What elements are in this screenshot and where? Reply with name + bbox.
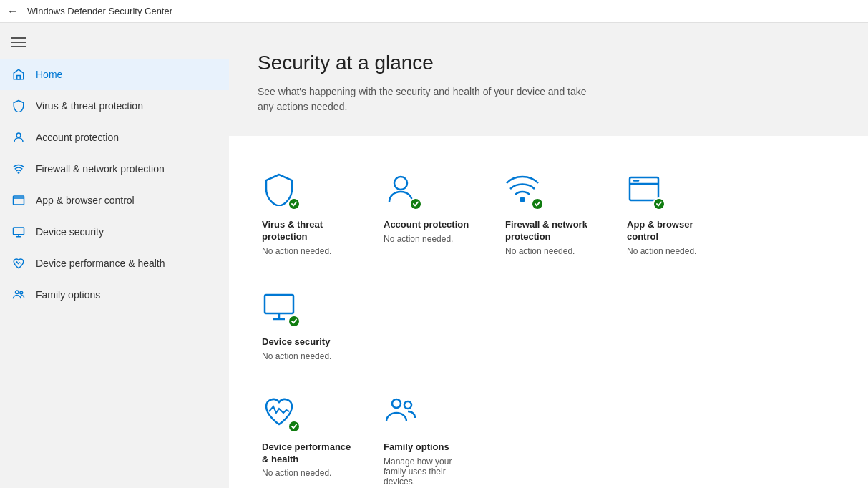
window-title: Windows Defender Security Center — [27, 6, 172, 16]
svg-point-1 — [16, 133, 21, 137]
devicesec-card-status: No action needed. — [262, 351, 353, 361]
sidebar-item-devicesec-label: Device security — [36, 226, 104, 238]
account-card-status: No action needed. — [384, 234, 475, 244]
sidebar-item-health-label: Device performance & health — [36, 258, 165, 269]
browser-icon — [11, 193, 26, 208]
svg-point-2 — [18, 172, 19, 174]
svg-rect-5 — [14, 228, 24, 235]
wifi-icon — [11, 162, 26, 176]
sidebar-item-home-label: Home — [36, 69, 62, 80]
devicesec-card-check — [288, 315, 301, 328]
family-card-icon-wrap — [384, 394, 421, 431]
account-card-title: Account protection — [384, 219, 475, 231]
heart-icon — [11, 256, 26, 270]
sidebar-item-home[interactable]: Home — [0, 59, 229, 90]
browser-card[interactable]: App & browser control No action needed. — [615, 157, 730, 268]
cards-row-2: Device performance & health No action ne… — [250, 380, 847, 488]
svg-point-10 — [394, 177, 407, 190]
browser-card-status: No action needed. — [627, 246, 718, 256]
page-title: Security at a glance — [258, 52, 839, 74]
virus-card[interactable]: Virus & threat protection No action need… — [250, 157, 365, 268]
family-card-title: Family options — [384, 441, 475, 454]
firewall-card-status: No action needed. — [505, 246, 597, 256]
browser-card-check — [653, 197, 665, 210]
health-card-title: Device performance & health — [262, 441, 353, 466]
virus-card-status: No action needed. — [262, 246, 353, 256]
content-header: Security at a glance See what's happenin… — [229, 23, 868, 136]
family-icon — [11, 288, 26, 302]
sidebar-item-firewall[interactable]: Firewall & network protection — [0, 153, 229, 185]
firewall-card-check — [531, 197, 544, 210]
sidebar-item-account[interactable]: Account protection — [0, 122, 229, 153]
shield-icon — [11, 99, 26, 113]
devicesec-card[interactable]: Device security No action needed. — [250, 275, 365, 373]
home-icon — [11, 67, 26, 82]
page-subtitle: See what's happening with the security a… — [258, 84, 601, 114]
sidebar-item-virus-label: Virus & threat protection — [36, 100, 143, 112]
sidebar-item-family[interactable]: Family options — [0, 279, 229, 311]
firewall-card-title: Firewall & network protection — [505, 219, 597, 243]
firewall-card-icon-wrap — [505, 172, 542, 209]
sidebar-item-firewall-label: Firewall & network protection — [36, 163, 165, 175]
family-card[interactable]: Family options Manage how your family us… — [372, 380, 487, 488]
back-button[interactable]: ← — [7, 5, 19, 18]
account-card[interactable]: Account protection No action needed. — [372, 157, 487, 268]
health-card-status: No action needed. — [262, 468, 353, 478]
account-card-check — [409, 197, 422, 210]
health-card-icon-wrap — [262, 394, 299, 431]
computer-icon — [11, 225, 26, 239]
svg-point-9 — [20, 291, 23, 294]
sidebar: Home Virus & threat protection Account p… — [0, 23, 229, 488]
svg-point-18 — [392, 399, 401, 408]
main-content: Security at a glance See what's happenin… — [229, 23, 868, 488]
family-card-status: Manage how your family uses their device… — [384, 457, 475, 487]
svg-point-19 — [404, 401, 411, 409]
hamburger-button[interactable] — [0, 29, 37, 56]
browser-card-icon-wrap — [627, 172, 664, 209]
sidebar-item-account-label: Account protection — [36, 132, 119, 143]
app-body: Home Virus & threat protection Account p… — [0, 23, 868, 488]
person-icon — [11, 130, 26, 145]
health-card-check — [288, 420, 301, 433]
sidebar-item-virus[interactable]: Virus & threat protection — [0, 90, 229, 122]
sidebar-item-browser[interactable]: App & browser control — [0, 185, 229, 216]
cards-section: Virus & threat protection No action need… — [229, 136, 868, 488]
sidebar-item-browser-label: App & browser control — [36, 195, 135, 206]
svg-rect-15 — [265, 295, 293, 313]
sidebar-item-health[interactable]: Device performance & health — [0, 248, 229, 279]
sidebar-item-devicesec[interactable]: Device security — [0, 216, 229, 248]
title-bar: ← Windows Defender Security Center — [0, 0, 868, 23]
firewall-card[interactable]: Firewall & network protection No action … — [494, 157, 608, 268]
devicesec-card-icon-wrap — [262, 289, 299, 326]
virus-card-check — [288, 197, 301, 210]
cards-row-1: Virus & threat protection No action need… — [250, 157, 847, 373]
browser-card-title: App & browser control — [627, 219, 718, 243]
devicesec-card-title: Device security — [262, 336, 353, 348]
sidebar-item-family-label: Family options — [36, 289, 100, 301]
virus-card-title: Virus & threat protection — [262, 219, 353, 243]
health-card[interactable]: Device performance & health No action ne… — [250, 380, 365, 488]
svg-point-8 — [16, 291, 19, 294]
virus-card-icon-wrap — [262, 172, 299, 209]
account-card-icon-wrap — [384, 172, 421, 209]
svg-point-11 — [521, 198, 525, 202]
family-card-icon — [384, 394, 418, 429]
svg-rect-0 — [17, 76, 21, 79]
svg-rect-3 — [14, 196, 24, 205]
